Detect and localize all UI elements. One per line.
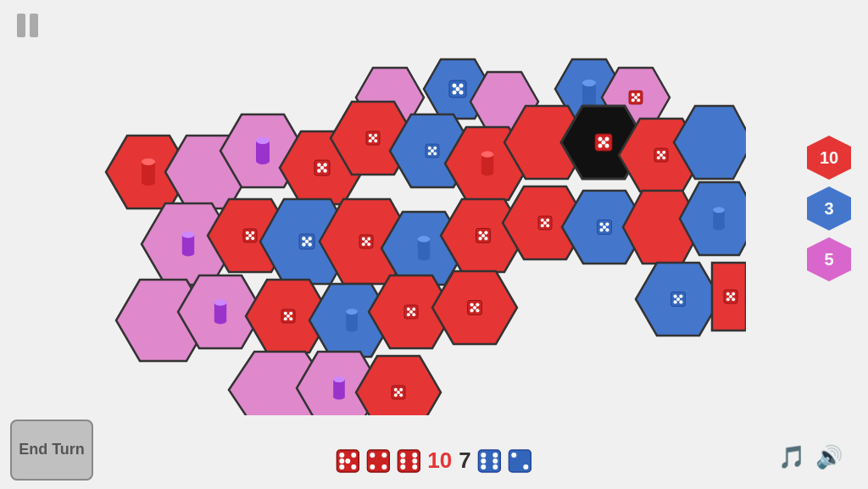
svg-point-82 — [400, 458, 405, 464]
svg-point-68 — [351, 464, 356, 470]
red-count: 10 — [427, 447, 452, 474]
svg-rect-17 — [102, 51, 108, 61]
svg-point-22 — [102, 58, 108, 64]
svg-point-75 — [381, 453, 387, 458]
svg-point-73 — [370, 453, 375, 458]
music-icon[interactable]: 🎵 — [778, 444, 805, 470]
game-board-container — [102, 51, 746, 415]
svg-point-66 — [339, 453, 344, 458]
game-board-svg[interactable] — [102, 51, 746, 415]
svg-point-70 — [339, 464, 344, 470]
svg-rect-12 — [102, 51, 110, 59]
svg-point-2 — [103, 53, 108, 57]
volume-icon[interactable]: 🔊 — [815, 444, 843, 470]
svg-point-87 — [481, 464, 487, 470]
svg-point-92 — [512, 453, 517, 458]
svg-point-74 — [381, 464, 387, 470]
svg-rect-6 — [102, 51, 110, 59]
svg-point-5 — [102, 51, 104, 53]
svg-point-15 — [102, 51, 104, 53]
svg-point-78 — [400, 453, 405, 458]
svg-point-88 — [493, 464, 498, 470]
svg-point-86 — [493, 453, 498, 458]
svg-point-71 — [339, 458, 344, 464]
svg-rect-21 — [102, 51, 108, 61]
score-pink: 5 — [807, 237, 851, 281]
svg-point-14 — [103, 53, 108, 57]
svg-point-85 — [481, 453, 487, 458]
status-separator: 7 — [459, 447, 470, 474]
svg-rect-0 — [102, 51, 110, 59]
svg-point-67 — [345, 458, 350, 464]
svg-point-90 — [493, 458, 498, 464]
svg-point-81 — [412, 464, 417, 470]
sound-controls: 🎵 🔊 — [778, 444, 843, 470]
status-bar: 10 7 — [336, 447, 531, 474]
pause-button[interactable] — [10, 10, 44, 41]
svg-point-18 — [102, 58, 108, 64]
svg-point-93 — [524, 464, 529, 470]
red-die-2 — [366, 449, 390, 473]
score-panel: 10 3 5 — [807, 136, 851, 281]
svg-rect-25 — [102, 51, 108, 61]
score-red: 10 — [807, 136, 851, 180]
red-die-1 — [336, 449, 359, 473]
blue-die-2 — [509, 449, 532, 473]
red-die-3 — [397, 449, 420, 473]
svg-point-69 — [351, 453, 356, 458]
svg-point-83 — [412, 458, 417, 464]
pause-bar-left — [17, 14, 25, 37]
svg-point-79 — [412, 453, 417, 458]
blue-die-1 — [478, 449, 502, 473]
svg-point-76 — [370, 464, 375, 470]
pause-bar-right — [30, 14, 38, 37]
end-turn-button[interactable]: End Turn — [10, 420, 93, 481]
svg-point-80 — [400, 464, 405, 470]
score-blue: 3 — [807, 186, 851, 231]
svg-point-11 — [102, 51, 104, 53]
svg-point-8 — [103, 53, 108, 57]
svg-point-89 — [481, 458, 487, 464]
svg-point-26 — [102, 58, 108, 64]
